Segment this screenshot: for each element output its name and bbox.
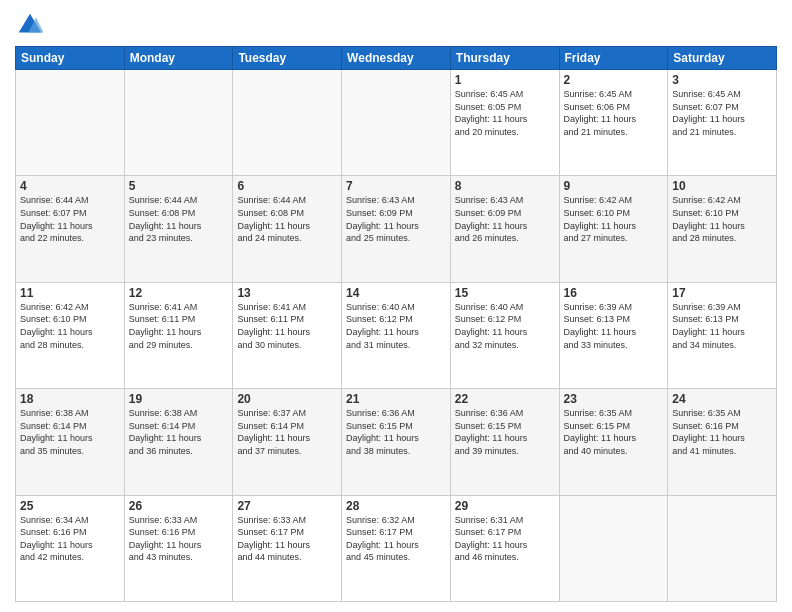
day-number: 13 <box>237 286 337 300</box>
day-number: 8 <box>455 179 555 193</box>
calendar-cell <box>124 70 233 176</box>
calendar-row-4: 25Sunrise: 6:34 AM Sunset: 6:16 PM Dayli… <box>16 495 777 601</box>
day-number: 14 <box>346 286 446 300</box>
day-number: 5 <box>129 179 229 193</box>
calendar-cell: 20Sunrise: 6:37 AM Sunset: 6:14 PM Dayli… <box>233 389 342 495</box>
day-info: Sunrise: 6:31 AM Sunset: 6:17 PM Dayligh… <box>455 514 555 564</box>
day-info: Sunrise: 6:45 AM Sunset: 6:05 PM Dayligh… <box>455 88 555 138</box>
day-info: Sunrise: 6:34 AM Sunset: 6:16 PM Dayligh… <box>20 514 120 564</box>
day-info: Sunrise: 6:37 AM Sunset: 6:14 PM Dayligh… <box>237 407 337 457</box>
calendar-row-2: 11Sunrise: 6:42 AM Sunset: 6:10 PM Dayli… <box>16 282 777 388</box>
day-info: Sunrise: 6:39 AM Sunset: 6:13 PM Dayligh… <box>564 301 664 351</box>
day-number: 7 <box>346 179 446 193</box>
calendar-cell: 1Sunrise: 6:45 AM Sunset: 6:05 PM Daylig… <box>450 70 559 176</box>
day-info: Sunrise: 6:39 AM Sunset: 6:13 PM Dayligh… <box>672 301 772 351</box>
day-info: Sunrise: 6:35 AM Sunset: 6:16 PM Dayligh… <box>672 407 772 457</box>
day-info: Sunrise: 6:36 AM Sunset: 6:15 PM Dayligh… <box>346 407 446 457</box>
day-info: Sunrise: 6:45 AM Sunset: 6:06 PM Dayligh… <box>564 88 664 138</box>
calendar-cell: 8Sunrise: 6:43 AM Sunset: 6:09 PM Daylig… <box>450 176 559 282</box>
calendar-table: SundayMondayTuesdayWednesdayThursdayFrid… <box>15 46 777 602</box>
weekday-tuesday: Tuesday <box>233 47 342 70</box>
day-info: Sunrise: 6:44 AM Sunset: 6:08 PM Dayligh… <box>129 194 229 244</box>
weekday-sunday: Sunday <box>16 47 125 70</box>
calendar-row-1: 4Sunrise: 6:44 AM Sunset: 6:07 PM Daylig… <box>16 176 777 282</box>
day-number: 10 <box>672 179 772 193</box>
day-number: 2 <box>564 73 664 87</box>
day-number: 11 <box>20 286 120 300</box>
day-info: Sunrise: 6:42 AM Sunset: 6:10 PM Dayligh… <box>672 194 772 244</box>
day-number: 21 <box>346 392 446 406</box>
day-info: Sunrise: 6:33 AM Sunset: 6:16 PM Dayligh… <box>129 514 229 564</box>
calendar-cell: 15Sunrise: 6:40 AM Sunset: 6:12 PM Dayli… <box>450 282 559 388</box>
day-number: 22 <box>455 392 555 406</box>
calendar-cell: 6Sunrise: 6:44 AM Sunset: 6:08 PM Daylig… <box>233 176 342 282</box>
weekday-header-row: SundayMondayTuesdayWednesdayThursdayFrid… <box>16 47 777 70</box>
calendar-cell: 5Sunrise: 6:44 AM Sunset: 6:08 PM Daylig… <box>124 176 233 282</box>
day-number: 6 <box>237 179 337 193</box>
logo <box>15 10 49 40</box>
day-info: Sunrise: 6:43 AM Sunset: 6:09 PM Dayligh… <box>455 194 555 244</box>
calendar-cell: 27Sunrise: 6:33 AM Sunset: 6:17 PM Dayli… <box>233 495 342 601</box>
day-info: Sunrise: 6:42 AM Sunset: 6:10 PM Dayligh… <box>564 194 664 244</box>
calendar-cell: 26Sunrise: 6:33 AM Sunset: 6:16 PM Dayli… <box>124 495 233 601</box>
logo-icon <box>15 10 45 40</box>
weekday-monday: Monday <box>124 47 233 70</box>
day-info: Sunrise: 6:32 AM Sunset: 6:17 PM Dayligh… <box>346 514 446 564</box>
page: SundayMondayTuesdayWednesdayThursdayFrid… <box>0 0 792 612</box>
calendar-cell <box>233 70 342 176</box>
calendar-cell <box>16 70 125 176</box>
day-info: Sunrise: 6:43 AM Sunset: 6:09 PM Dayligh… <box>346 194 446 244</box>
calendar-cell <box>559 495 668 601</box>
weekday-friday: Friday <box>559 47 668 70</box>
calendar-row-0: 1Sunrise: 6:45 AM Sunset: 6:05 PM Daylig… <box>16 70 777 176</box>
calendar-cell: 23Sunrise: 6:35 AM Sunset: 6:15 PM Dayli… <box>559 389 668 495</box>
day-number: 24 <box>672 392 772 406</box>
day-number: 4 <box>20 179 120 193</box>
calendar-cell: 24Sunrise: 6:35 AM Sunset: 6:16 PM Dayli… <box>668 389 777 495</box>
day-info: Sunrise: 6:36 AM Sunset: 6:15 PM Dayligh… <box>455 407 555 457</box>
calendar-cell: 10Sunrise: 6:42 AM Sunset: 6:10 PM Dayli… <box>668 176 777 282</box>
day-number: 16 <box>564 286 664 300</box>
calendar-cell: 21Sunrise: 6:36 AM Sunset: 6:15 PM Dayli… <box>342 389 451 495</box>
calendar-cell: 12Sunrise: 6:41 AM Sunset: 6:11 PM Dayli… <box>124 282 233 388</box>
calendar-cell: 28Sunrise: 6:32 AM Sunset: 6:17 PM Dayli… <box>342 495 451 601</box>
day-info: Sunrise: 6:41 AM Sunset: 6:11 PM Dayligh… <box>237 301 337 351</box>
day-info: Sunrise: 6:44 AM Sunset: 6:08 PM Dayligh… <box>237 194 337 244</box>
calendar-cell: 25Sunrise: 6:34 AM Sunset: 6:16 PM Dayli… <box>16 495 125 601</box>
header <box>15 10 777 40</box>
day-info: Sunrise: 6:42 AM Sunset: 6:10 PM Dayligh… <box>20 301 120 351</box>
calendar-cell: 13Sunrise: 6:41 AM Sunset: 6:11 PM Dayli… <box>233 282 342 388</box>
day-info: Sunrise: 6:38 AM Sunset: 6:14 PM Dayligh… <box>20 407 120 457</box>
weekday-wednesday: Wednesday <box>342 47 451 70</box>
day-info: Sunrise: 6:40 AM Sunset: 6:12 PM Dayligh… <box>455 301 555 351</box>
calendar-cell: 19Sunrise: 6:38 AM Sunset: 6:14 PM Dayli… <box>124 389 233 495</box>
day-number: 23 <box>564 392 664 406</box>
calendar-row-3: 18Sunrise: 6:38 AM Sunset: 6:14 PM Dayli… <box>16 389 777 495</box>
calendar-cell <box>668 495 777 601</box>
day-number: 9 <box>564 179 664 193</box>
day-number: 3 <box>672 73 772 87</box>
weekday-saturday: Saturday <box>668 47 777 70</box>
calendar-cell: 7Sunrise: 6:43 AM Sunset: 6:09 PM Daylig… <box>342 176 451 282</box>
weekday-thursday: Thursday <box>450 47 559 70</box>
day-number: 27 <box>237 499 337 513</box>
day-number: 1 <box>455 73 555 87</box>
day-number: 12 <box>129 286 229 300</box>
day-info: Sunrise: 6:45 AM Sunset: 6:07 PM Dayligh… <box>672 88 772 138</box>
day-number: 15 <box>455 286 555 300</box>
day-info: Sunrise: 6:44 AM Sunset: 6:07 PM Dayligh… <box>20 194 120 244</box>
day-number: 28 <box>346 499 446 513</box>
calendar-cell: 22Sunrise: 6:36 AM Sunset: 6:15 PM Dayli… <box>450 389 559 495</box>
calendar-cell: 17Sunrise: 6:39 AM Sunset: 6:13 PM Dayli… <box>668 282 777 388</box>
day-info: Sunrise: 6:40 AM Sunset: 6:12 PM Dayligh… <box>346 301 446 351</box>
day-number: 20 <box>237 392 337 406</box>
day-info: Sunrise: 6:35 AM Sunset: 6:15 PM Dayligh… <box>564 407 664 457</box>
day-number: 18 <box>20 392 120 406</box>
calendar-cell: 3Sunrise: 6:45 AM Sunset: 6:07 PM Daylig… <box>668 70 777 176</box>
calendar-cell: 16Sunrise: 6:39 AM Sunset: 6:13 PM Dayli… <box>559 282 668 388</box>
day-info: Sunrise: 6:38 AM Sunset: 6:14 PM Dayligh… <box>129 407 229 457</box>
calendar-cell: 14Sunrise: 6:40 AM Sunset: 6:12 PM Dayli… <box>342 282 451 388</box>
calendar-cell: 29Sunrise: 6:31 AM Sunset: 6:17 PM Dayli… <box>450 495 559 601</box>
calendar-cell: 4Sunrise: 6:44 AM Sunset: 6:07 PM Daylig… <box>16 176 125 282</box>
day-info: Sunrise: 6:41 AM Sunset: 6:11 PM Dayligh… <box>129 301 229 351</box>
